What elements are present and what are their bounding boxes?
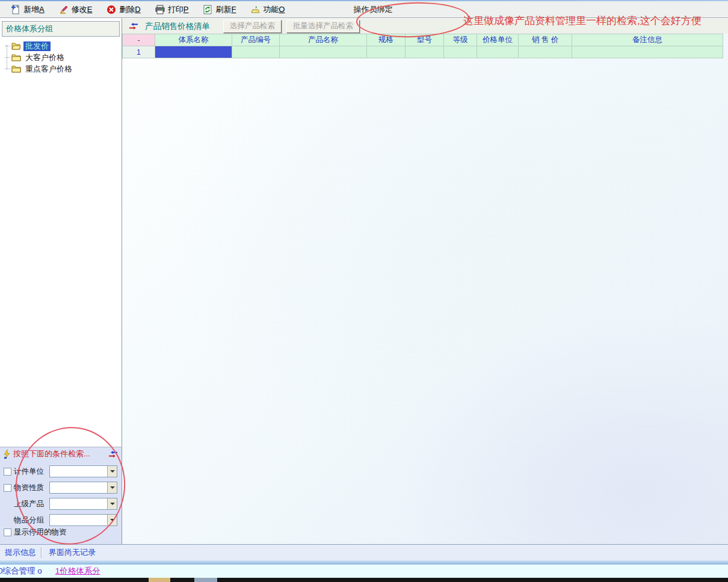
delete-button[interactable]: 删除D <box>103 2 144 17</box>
screen-bottom-edge <box>0 578 728 582</box>
bottom-gradient-strip <box>0 560 728 565</box>
print-label: 打印 <box>168 5 184 14</box>
row-number-cell[interactable]: 1 <box>123 46 155 58</box>
column-header-product-code[interactable]: 产品编号 <box>232 34 280 46</box>
column-header-system-name[interactable]: 体系名称 <box>155 34 232 46</box>
page-title: 产品销售价格清单 <box>145 21 210 32</box>
status-message: 界面尚无记录 <box>49 547 96 558</box>
price-group-panel-title: 价格体系分组 <box>2 21 120 37</box>
refresh-label: 刷新 <box>215 5 231 14</box>
column-header-remark[interactable]: 备注信息 <box>572 34 723 46</box>
main-content-area: - 体系名称 产品编号 产品名称 规格 型号 等级 价格单位 销 售 价 备注信… <box>122 34 728 544</box>
table-cell[interactable] <box>572 46 723 58</box>
function-button[interactable]: 功能O <box>247 2 288 17</box>
edit-button[interactable]: 修改E <box>55 2 96 17</box>
taskbar-item-price-system[interactable]: 1价格体系分 <box>55 566 100 577</box>
table-row[interactable]: 1 <box>123 46 723 58</box>
tree-item-wholesale[interactable]: 批发价 <box>5 40 122 52</box>
table-cell[interactable] <box>406 46 444 58</box>
table-cell[interactable] <box>232 46 280 58</box>
status-bar: 提示信息 界面尚无记录 <box>0 544 728 560</box>
table-cell[interactable] <box>444 46 477 58</box>
price-group-tree: 批发价 大客户价格 重点客户价格 <box>0 38 122 75</box>
table-cell[interactable] <box>477 46 519 58</box>
material-nature-checkbox[interactable] <box>4 484 11 492</box>
refresh-button[interactable]: 刷新F <box>199 2 239 17</box>
taskbar-item-general-management[interactable]: 0综合管理 o <box>0 566 42 577</box>
table-cell[interactable] <box>519 46 572 58</box>
module-taskbar: 0综合管理 o 1价格体系分 <box>0 565 728 578</box>
tree-item-label[interactable]: 批发价 <box>23 41 51 51</box>
table-cell[interactable] <box>367 46 406 58</box>
annotation-note: 这里做成像产品资料管理里一样的检索,这个会好方便 <box>463 14 702 28</box>
batch-select-product-search-button[interactable]: 批量选择产品检索 <box>286 20 360 33</box>
open-folder-icon <box>11 42 21 50</box>
column-header-price-unit[interactable]: 价格单位 <box>477 34 519 46</box>
column-header-sale-price[interactable]: 销 售 价 <box>519 34 572 46</box>
folder-icon <box>11 54 21 61</box>
table-cell[interactable] <box>280 46 367 58</box>
add-label: 新增 <box>23 5 39 14</box>
tree-item-key-customer[interactable]: 重点客户价格 <box>5 63 122 75</box>
select-product-search-button[interactable]: 选择产品检索 <box>223 20 282 33</box>
delete-label: 删除 <box>119 5 135 14</box>
taskbar-fragment <box>149 578 170 582</box>
show-disabled-checkbox[interactable] <box>4 528 11 536</box>
unit-filter-checkbox[interactable] <box>4 468 11 476</box>
column-header-grade[interactable]: 等级 <box>444 34 477 46</box>
print-icon <box>155 5 165 14</box>
selected-cell[interactable] <box>155 46 232 58</box>
print-button[interactable]: 打印P <box>152 2 193 17</box>
status-divider <box>41 547 42 558</box>
function-label: 功能 <box>263 5 279 14</box>
taskbar-fragment <box>194 578 217 582</box>
delete-icon <box>106 5 116 14</box>
function-icon <box>250 5 260 14</box>
tree-item-label[interactable]: 大客户价格 <box>23 53 66 63</box>
lightning-icon <box>3 450 11 459</box>
tree-item-label[interactable]: 重点客户价格 <box>23 64 74 74</box>
column-header-corner[interactable]: - <box>123 34 155 46</box>
price-list-table: - 体系名称 产品编号 产品名称 规格 型号 等级 价格单位 销 售 价 备注信… <box>122 34 723 58</box>
status-label: 提示信息 <box>0 547 41 558</box>
edit-label: 修改 <box>72 5 87 14</box>
folder-icon <box>11 65 21 73</box>
add-button[interactable]: 新增A <box>7 2 48 17</box>
edit-icon <box>59 5 69 14</box>
column-header-product-name[interactable]: 产品名称 <box>280 34 367 46</box>
refresh-icon <box>203 5 212 14</box>
swap-arrows-icon[interactable] <box>128 23 139 29</box>
new-icon <box>11 5 20 14</box>
tree-item-big-customer[interactable]: 大客户价格 <box>5 52 122 63</box>
